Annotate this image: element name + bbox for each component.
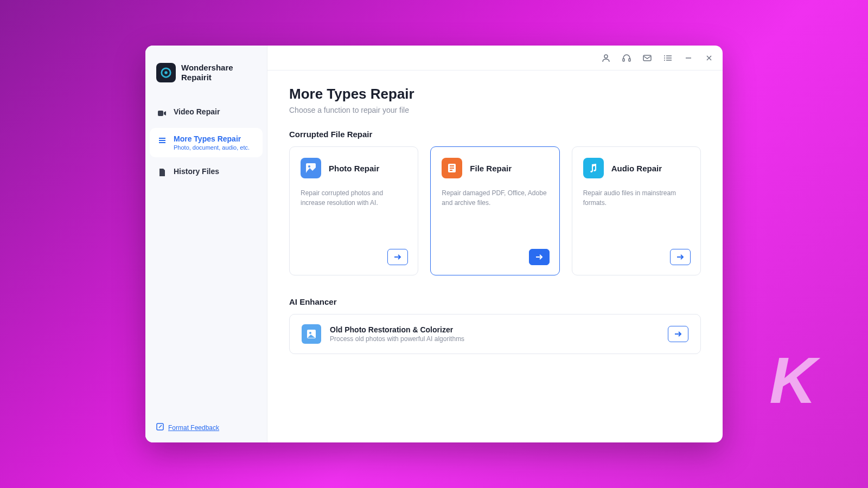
titlebar <box>267 46 723 70</box>
svg-point-7 <box>604 55 608 58</box>
card-desc: Repair corrupted photos and increase res… <box>301 188 407 208</box>
wide-card-desc: Process old photos with powerful AI algo… <box>330 335 464 343</box>
list-icon <box>157 136 167 145</box>
svg-point-1 <box>164 71 168 74</box>
brand-line1: Wondershare <box>181 63 233 73</box>
sidebar-item-sublabel: Photo, document, audio, etc. <box>174 144 250 151</box>
photo-icon <box>301 158 321 178</box>
main-area: More Types Repair Choose a function to r… <box>267 46 723 442</box>
brand-line2: Repairit <box>181 73 233 82</box>
brand-text: Wondershare Repairit <box>181 63 233 82</box>
card-old-photo-restoration[interactable]: Old Photo Restoration & Colorizer Proces… <box>289 314 701 354</box>
content: More Types Repair Choose a function to r… <box>267 70 723 369</box>
minimize-icon[interactable] <box>684 53 693 63</box>
music-icon <box>583 158 604 178</box>
file-icon <box>157 168 167 178</box>
card-photo-repair[interactable]: Photo Repair Repair corrupted photos and… <box>289 146 418 275</box>
app-window: Wondershare Repairit Video Repair More T… <box>145 46 723 442</box>
section-title-enhancer: AI Enhancer <box>289 297 701 306</box>
svg-point-30 <box>309 332 311 334</box>
sidebar: Wondershare Repairit Video Repair More T… <box>145 46 267 442</box>
svg-rect-8 <box>623 59 624 61</box>
close-icon[interactable] <box>704 53 714 63</box>
card-desc: Repair damaged PDF, Office, Adobe and ar… <box>442 188 548 208</box>
arrow-button[interactable] <box>668 326 688 342</box>
svg-rect-10 <box>643 55 651 61</box>
card-title: Audio Repair <box>611 164 662 173</box>
sidebar-item-label: History Files <box>174 167 219 176</box>
sidebar-item-label: More Types Repair <box>174 134 250 143</box>
svg-rect-2 <box>158 111 163 116</box>
watermark: K <box>769 343 814 418</box>
wide-card-title: Old Photo Restoration & Colorizer <box>330 325 464 334</box>
card-audio-repair[interactable]: Audio Repair Repair audio files in mains… <box>572 146 701 275</box>
restoration-icon <box>302 324 321 344</box>
sidebar-item-label: Video Repair <box>174 107 220 116</box>
sidebar-nav: Video Repair More Types Repair Photo, do… <box>145 95 267 190</box>
arrow-button[interactable] <box>670 249 691 265</box>
card-title: Photo Repair <box>329 164 379 173</box>
card-desc: Repair audio files in mainstream formats… <box>583 188 690 208</box>
cards-row: Photo Repair Repair corrupted photos and… <box>289 146 701 275</box>
sidebar-item-more-types-repair[interactable]: More Types Repair Photo, document, audio… <box>150 128 263 157</box>
svg-point-13 <box>664 57 665 59</box>
section-title-corrupted: Corrupted File Repair <box>289 130 701 139</box>
user-icon[interactable] <box>601 53 611 63</box>
menu-list-icon[interactable] <box>663 53 673 63</box>
feedback-icon <box>156 423 164 433</box>
svg-rect-9 <box>629 59 630 61</box>
brand-logo-icon <box>156 63 176 82</box>
sidebar-item-history-files[interactable]: History Files <box>150 160 263 184</box>
document-icon <box>442 158 462 178</box>
page-subtitle: Choose a function to repair your file <box>289 106 701 114</box>
svg-point-15 <box>664 60 665 61</box>
arrow-button[interactable] <box>529 249 550 265</box>
brand: Wondershare Repairit <box>145 56 267 95</box>
format-feedback-link[interactable]: Format Feedback <box>168 424 219 432</box>
sidebar-footer: Format Feedback <box>145 413 267 442</box>
svg-point-21 <box>308 165 310 168</box>
card-file-repair[interactable]: File Repair Repair damaged PDF, Office, … <box>430 146 559 275</box>
svg-point-11 <box>664 55 665 56</box>
mail-icon[interactable] <box>642 53 652 63</box>
video-icon <box>157 108 167 118</box>
sidebar-item-video-repair[interactable]: Video Repair <box>150 101 263 125</box>
card-title: File Repair <box>470 164 512 173</box>
page-title: More Types Repair <box>289 86 701 102</box>
arrow-button[interactable] <box>387 249 408 265</box>
headset-icon[interactable] <box>622 53 631 63</box>
